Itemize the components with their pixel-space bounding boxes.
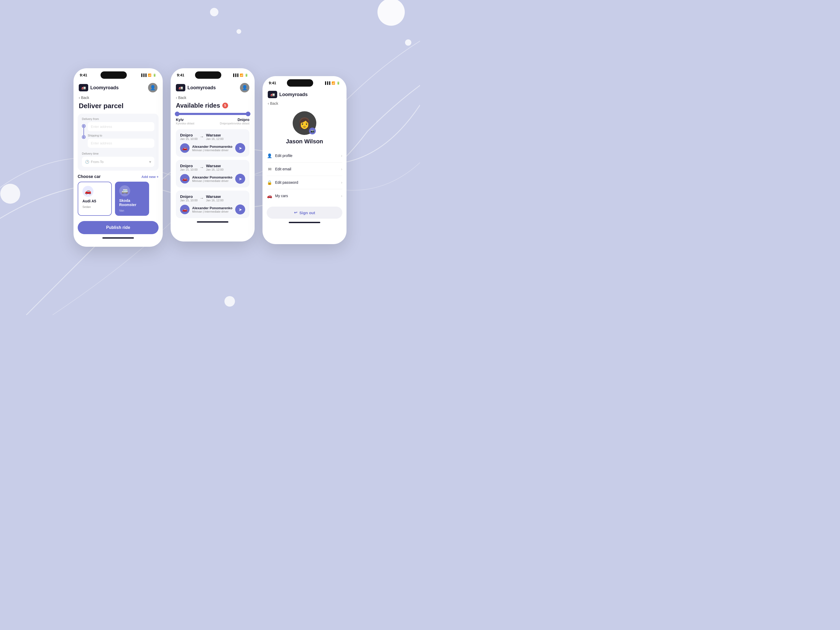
user-avatar-1[interactable]: 👤 <box>148 83 158 92</box>
app-nav-2: 🚛 Loomyroads 👤 <box>171 81 255 95</box>
profile-menu-list: 👤 Edit profile › ✉ Edit email › 🔒 Edit p… <box>262 149 346 202</box>
my-cars-icon: 🚗 <box>267 193 273 199</box>
home-indicator-2 <box>197 221 228 223</box>
profile-avatar-wrap: 👩 📷 <box>293 111 316 135</box>
camera-button[interactable]: 📷 <box>309 128 316 134</box>
ride-route-2: Dnipro Jan 15, 10:00 → Warsaw Jan 16, 12… <box>180 194 245 202</box>
ride-driver-0: 🚗 Alexander Ponomarenko Minivan | Interm… <box>180 143 245 153</box>
menu-left-0: 👤 Edit profile <box>267 153 292 159</box>
profile-name: Jason Wilson <box>286 138 323 145</box>
slider-thumb-left[interactable] <box>175 112 180 116</box>
rides-list: Dnipro Jan 15, 10:00 → Warsaw Jan 16, 12… <box>171 129 255 218</box>
status-bar-3: 9:41 ▐▐▐ 📶 🔋 <box>262 76 346 88</box>
edit-password-chevron: › <box>341 180 342 185</box>
cars-row: 🚗 Audi A5 Sedan 🚐 Skoda Roomster Van <box>74 182 163 216</box>
form-section: Delivery from Enter address Shipping to <box>74 114 163 174</box>
ride-to-city-1: Warsaw <box>206 164 224 168</box>
delivery-from-input[interactable]: Enter address <box>88 122 154 131</box>
ride-from-city-1: Dnipro <box>180 164 198 168</box>
delivery-form-card: Delivery from Enter address Shipping to <box>78 114 159 171</box>
battery-icon-3: 🔋 <box>336 81 340 85</box>
home-indicator-3 <box>289 222 320 223</box>
ride-origin-0: Dnipro Jan 15, 10:00 <box>180 133 198 141</box>
my-cars-chevron: › <box>341 194 342 198</box>
user-avatar-2[interactable]: 👤 <box>240 83 249 92</box>
menu-left-1: ✉ Edit email <box>267 166 291 172</box>
status-icons-3: ▐▐▐ 📶 🔋 <box>324 81 340 85</box>
ride-dest-1: Warsaw Jan 16, 12:00 <box>206 164 224 171</box>
driver-details-1: Alexander Ponomarenko Minivan | Intermed… <box>192 175 232 182</box>
phone-2: 9:41 ▐▐▐ 📶 🔋 🚛 Loomyroads 👤 ‹ Back Avail… <box>171 68 255 242</box>
svg-point-2 <box>237 29 241 34</box>
signal-icon: ▐▐▐ <box>141 74 147 77</box>
car-name-0: Audi A5 <box>82 199 96 203</box>
slider-right-city: Dnipro <box>220 118 249 122</box>
edit-profile-chevron: › <box>341 153 342 158</box>
driver-details-2: Alexander Ponomarenko Minivan | Intermed… <box>192 206 232 213</box>
edit-profile-label: Edit profile <box>275 153 292 158</box>
back-text-1: Back <box>81 96 89 100</box>
menu-item-edit-profile[interactable]: 👤 Edit profile › <box>267 149 342 163</box>
ride-to-date-0: Jan 16, 12:00 <box>206 137 224 141</box>
add-new-button[interactable]: Add new + <box>142 175 159 179</box>
car-name-1: Skoda Roomster <box>119 199 145 207</box>
svg-point-0 <box>0 184 20 204</box>
ride-select-btn-2[interactable]: ➤ <box>235 204 245 215</box>
battery-icon: 🔋 <box>153 74 156 77</box>
car-card-0[interactable]: 🚗 Audi A5 Sedan <box>78 182 112 216</box>
ride-driver-2: 🚗 Alexander Ponomarenko Minivan | Interm… <box>180 204 245 215</box>
menu-item-edit-email[interactable]: ✉ Edit email › <box>267 163 342 176</box>
app-brand-2: 🚛 Loomyroads <box>176 84 216 92</box>
back-link-3[interactable]: ‹ Back <box>262 100 346 107</box>
dynamic-island-2 <box>195 71 221 79</box>
back-link-1[interactable]: ‹ Back <box>74 95 163 102</box>
slider-section[interactable]: Kyiv Kyivska oblast Dnipro Dnipropetrovs… <box>171 113 255 129</box>
choose-car-title: Choose car <box>78 174 101 179</box>
ride-to-date-2: Jan 16, 12:00 <box>206 199 224 202</box>
ride-card-2[interactable]: Dnipro Jan 15, 10:00 → Warsaw Jan 16, 12… <box>176 191 249 218</box>
menu-item-edit-password[interactable]: 🔒 Edit password › <box>267 176 342 189</box>
phone-3: 9:41 ▐▐▐ 📶 🔋 🚛 Loomyroads ‹ Back 👩 📷 <box>262 76 346 244</box>
slider-track[interactable] <box>176 113 249 115</box>
ride-card-0[interactable]: Dnipro Jan 15, 10:00 → Warsaw Jan 16, 12… <box>176 129 249 157</box>
app-nav-1: 🚛 Loomyroads 👤 <box>74 81 163 95</box>
driver-name-2: Alexander Ponomarenko <box>192 206 232 210</box>
clock-icon: 🕐 <box>85 160 89 164</box>
menu-item-my-cars[interactable]: 🚗 My cars › <box>267 189 342 202</box>
shipping-to-input[interactable]: Enter address <box>88 139 154 148</box>
menu-left-2: 🔒 Edit password <box>267 180 298 185</box>
svg-point-4 <box>405 39 411 46</box>
slider-thumb-right[interactable] <box>246 112 250 116</box>
origin-dot <box>82 124 85 128</box>
phones-container: 9:41 ▐▐▐ 📶 🔋 🚛 Loomyroads 👤 ‹ Back Deliv… <box>74 68 346 247</box>
page-title-1: Deliver parcel <box>74 102 163 114</box>
rides-badge: 5 <box>222 103 228 108</box>
driver-info-1: 🚗 Alexander Ponomarenko Minivan | Interm… <box>180 174 232 183</box>
time-3: 9:41 <box>269 81 276 85</box>
battery-icon-2: 🔋 <box>245 74 248 77</box>
car-card-1[interactable]: 🚐 Skoda Roomster Van <box>115 182 149 216</box>
driver-avatar-2: 🚗 <box>180 205 189 214</box>
app-nav-3: 🚛 Loomyroads <box>262 88 346 100</box>
ride-from-city-0: Dnipro <box>180 133 198 137</box>
ride-to-date-1: Jan 16, 12:00 <box>206 168 224 171</box>
ride-select-btn-0[interactable]: ➤ <box>235 143 245 153</box>
ride-to-city-0: Warsaw <box>206 133 224 137</box>
signal-icon-2: ▐▐▐ <box>232 74 238 77</box>
driver-name-1: Alexander Ponomarenko <box>192 175 232 179</box>
ride-select-btn-1[interactable]: ➤ <box>235 174 245 184</box>
signout-icon: ↩ <box>294 210 297 215</box>
time-placeholder: From-To <box>91 160 103 164</box>
ride-route-0: Dnipro Jan 15, 10:00 → Warsaw Jan 16, 12… <box>180 133 245 141</box>
sign-out-button[interactable]: ↩ Sign out <box>267 207 342 219</box>
address-inputs: Enter address Shipping to Enter address <box>88 122 154 149</box>
delivery-from-placeholder: Enter address <box>91 125 112 129</box>
ride-card-1[interactable]: Dnipro Jan 15, 10:00 → Warsaw Jan 16, 12… <box>176 160 249 188</box>
my-cars-label: My cars <box>275 194 288 198</box>
ride-route-1: Dnipro Jan 15, 10:00 → Warsaw Jan 16, 12… <box>180 164 245 171</box>
publish-ride-button[interactable]: Publish ride <box>78 221 159 234</box>
edit-email-label: Edit email <box>275 167 291 171</box>
status-bar-1: 9:41 ▐▐▐ 📶 🔋 <box>74 68 163 81</box>
delivery-time-row[interactable]: 🕐 From-To ▾ <box>82 157 154 167</box>
back-link-2[interactable]: ‹ Back <box>171 95 255 102</box>
